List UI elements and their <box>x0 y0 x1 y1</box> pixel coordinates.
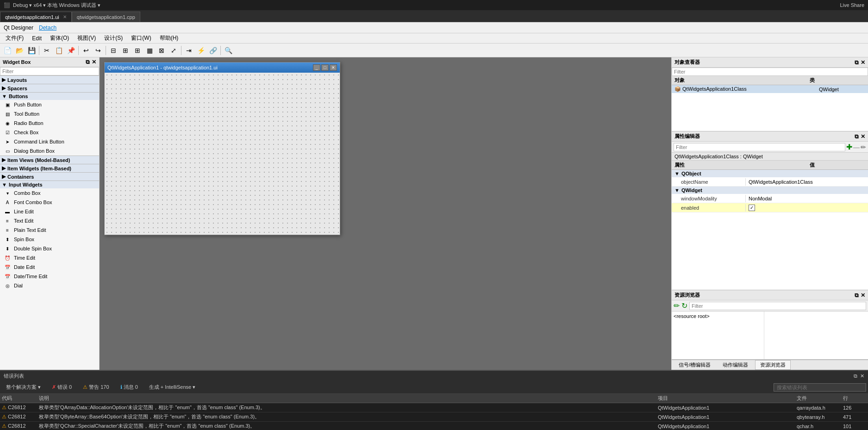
bottom-tab-resources[interactable]: 资源浏览器 <box>755 360 791 370</box>
category-buttons[interactable]: ▼ Buttons <box>0 92 99 100</box>
prop-row-enabled[interactable]: enabled ✓ <box>672 203 868 212</box>
push-button-icon: ▣ <box>4 101 11 108</box>
prop-add-btn[interactable]: ✚ <box>846 143 852 151</box>
widget-time-edit[interactable]: ⏰ Time Edit <box>0 253 99 262</box>
error-filter-select[interactable]: 生成 + IntelliSense ▾ <box>145 382 200 392</box>
prop-name-windowmodality: windowModality <box>672 195 746 202</box>
property-filter-input[interactable] <box>674 143 845 151</box>
resource-refresh-btn[interactable]: ↻ <box>681 301 687 310</box>
toolbar-copy[interactable]: 📋 <box>53 45 64 56</box>
widget-plain-text-edit[interactable]: ≡ Plain Text Edit <box>0 225 99 235</box>
error-scope-select[interactable]: 整个解决方案 ▾ <box>2 382 45 392</box>
toolbar-new[interactable]: 📄 <box>2 45 13 56</box>
widget-double-spin-box[interactable]: ⬍ Double Spin Box <box>0 244 99 253</box>
widget-combo-box[interactable]: ▾ Combo Box <box>0 188 99 198</box>
category-item-views[interactable]: ▶ Item Views (Model-Based) <box>0 156 99 164</box>
form-minimize-btn[interactable]: _ <box>313 64 320 71</box>
error-panel-float-btn[interactable]: ⧉ <box>854 373 857 379</box>
menu-form[interactable]: 窗体(O) <box>46 33 73 43</box>
prop-row-windowmodality[interactable]: windowModality NonModal <box>672 194 868 203</box>
toolbar-tab-order[interactable]: ⇥ <box>183 45 194 56</box>
error-row-0[interactable]: ⚠ C26812 枚举类型'QArrayData::AllocationOpti… <box>0 403 868 412</box>
menu-file[interactable]: 文件(F) <box>2 33 27 43</box>
resource-filter-input[interactable] <box>689 302 866 310</box>
detach-link[interactable]: Detach <box>39 25 56 31</box>
object-tree-row-0[interactable]: 📦 QtWidgetsApplication1Class QWidget <box>672 85 868 93</box>
toolbar-open[interactable]: 📂 <box>14 45 25 56</box>
error-panel-close-btn[interactable]: ✕ <box>860 373 864 379</box>
toolbar-layout-h[interactable]: ⊟ <box>108 45 119 56</box>
widget-line-edit[interactable]: ▬ Line Edit <box>0 207 99 216</box>
toolbar-redo[interactable]: ↪ <box>93 45 104 56</box>
error-row-2[interactable]: ⚠ C26812 枚举类型'QChar::SpecialCharacter'未设… <box>0 422 868 430</box>
object-inspector-float-btn[interactable]: ⧉ <box>855 59 859 66</box>
menu-window[interactable]: 窗口(W) <box>127 33 155 43</box>
widget-dial[interactable]: ◎ Dial <box>0 281 99 290</box>
tab-ui-file[interactable]: qtwidgetsapplication1.ui ✕ <box>0 12 72 22</box>
widget-spin-box[interactable]: ⬍ Spin Box <box>0 235 99 244</box>
toolbar-paste[interactable]: 📌 <box>65 45 76 56</box>
error-errors-btn[interactable]: ✗ 错误 0 <box>48 382 76 392</box>
toolbar-save[interactable]: 💾 <box>26 45 37 56</box>
menu-view[interactable]: 视图(V) <box>74 33 100 43</box>
resource-browser-close-btn[interactable]: ✕ <box>861 292 865 299</box>
object-inspector-col-headers: 对象 类 <box>672 76 868 85</box>
category-input-widgets[interactable]: ▼ Input Widgets <box>0 181 99 188</box>
widget-box-float-btn[interactable]: ⧉ <box>86 59 90 65</box>
form-canvas[interactable] <box>105 73 340 235</box>
error-row-1[interactable]: ⚠ C26812 枚举类型'QByteArray::Base64Option'未… <box>0 412 868 422</box>
widget-push-button[interactable]: ▣ Push Button <box>0 100 99 109</box>
category-layouts[interactable]: ▶ Layouts <box>0 75 99 84</box>
toolbar-zoom-in[interactable]: 🔍 <box>223 45 234 56</box>
widget-datetime-edit[interactable]: 📅 Date/Time Edit <box>0 272 99 281</box>
menu-edit[interactable]: Edit <box>28 34 45 43</box>
error-errors-label: 错误 0 <box>57 384 72 391</box>
widget-text-edit[interactable]: ≡ Text Edit <box>0 216 99 225</box>
widget-dialog-button-box[interactable]: ▭ Dialog Button Box <box>0 146 99 156</box>
tab-ui-close[interactable]: ✕ <box>63 14 67 19</box>
enabled-checkbox[interactable]: ✓ <box>749 205 755 211</box>
object-inspector-close-btn[interactable]: ✕ <box>861 59 865 66</box>
widget-command-link-button[interactable]: ➤ Command Link Button <box>0 137 99 146</box>
toolbar-undo[interactable]: ↩ <box>81 45 92 56</box>
bottom-tab-signals[interactable]: 信号/槽编辑器 <box>674 360 716 370</box>
title-bar: ⬛ Debug ▾ x64 ▾ 本地 Windows 调试器 ▾ Live Sh… <box>0 0 868 10</box>
error-search-input[interactable] <box>774 383 866 392</box>
widget-radio-button[interactable]: ◉ Radio Button <box>0 118 99 128</box>
toolbar-adjust-size[interactable]: ⤢ <box>168 45 179 56</box>
widget-font-combo-box[interactable]: A Font Combo Box <box>0 198 99 207</box>
prop-edit-btn[interactable]: ✏ <box>861 143 866 151</box>
widget-box-close-btn[interactable]: ✕ <box>92 59 96 65</box>
menu-help[interactable]: 帮助(H) <box>156 33 182 43</box>
form-restore-btn[interactable]: □ <box>321 64 329 71</box>
toolbar-layout-form[interactable]: ▦ <box>144 45 155 56</box>
resource-edit-btn[interactable]: ✏ <box>674 301 680 310</box>
menu-design[interactable]: 设计(S) <box>100 33 126 43</box>
object-inspector-filter[interactable] <box>672 68 868 76</box>
toolbar-layout-grid[interactable]: ⊞ <box>132 45 143 56</box>
category-spacers[interactable]: ▶ Spacers <box>0 84 99 92</box>
object-inspector-header-btns: ⧉ ✕ <box>855 59 865 66</box>
toolbar-buddy[interactable]: 🔗 <box>207 45 219 56</box>
form-close-btn[interactable]: ✕ <box>330 64 337 71</box>
widget-date-edit[interactable]: 📅 Date Edit <box>0 262 99 272</box>
property-editor-close-btn[interactable]: ✕ <box>861 133 865 140</box>
toolbar-break-layout[interactable]: ⊠ <box>156 45 167 56</box>
category-item-widgets[interactable]: ▶ Item Widgets (Item-Based) <box>0 164 99 172</box>
widget-box-filter[interactable] <box>0 67 99 75</box>
toolbar-cut[interactable]: ✂ <box>41 45 52 56</box>
error-messages-btn[interactable]: ℹ 消息 0 <box>116 382 142 392</box>
property-editor-float-btn[interactable]: ⧉ <box>855 133 859 140</box>
tab-cpp-file[interactable]: qtwidgetsapplication1.cpp <box>72 12 140 22</box>
category-containers[interactable]: ▶ Containers <box>0 172 99 181</box>
toolbar-signals[interactable]: ⚡ <box>195 45 206 56</box>
widget-tool-button[interactable]: ▤ Tool Button <box>0 109 99 118</box>
resource-browser-float-btn[interactable]: ⧉ <box>855 292 859 299</box>
prop-minus-btn[interactable]: ― <box>853 143 860 151</box>
error-warnings-btn[interactable]: ⚠ 警告 170 <box>79 382 113 392</box>
toolbar-layout-v[interactable]: ⊞ <box>120 45 131 56</box>
bottom-tab-actions[interactable]: 动作编辑器 <box>718 360 753 370</box>
prop-row-objectname[interactable]: objectName QtWidgetsApplication1Class <box>672 177 868 187</box>
prop-class-label: QtWidgetsApplication1Class : QWidget <box>672 153 868 161</box>
widget-check-box[interactable]: ☑ Check Box <box>0 128 99 137</box>
